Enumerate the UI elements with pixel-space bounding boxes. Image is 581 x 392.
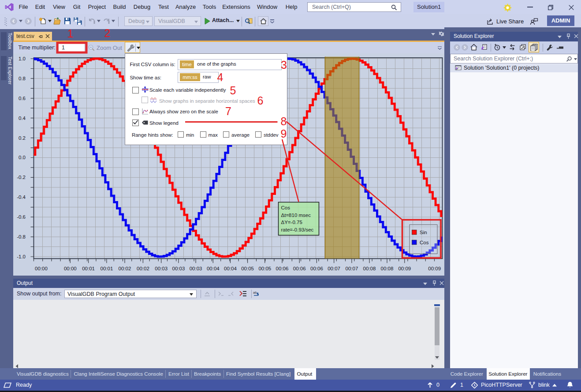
svg-text:00:09: 00:09: [428, 266, 441, 271]
svg-text:00:03: 00:03: [172, 266, 185, 271]
svg-text:00:01: 00:01: [101, 266, 113, 271]
svg-text:0.6: 0.6: [19, 96, 26, 101]
svg-text:00:04: 00:04: [207, 266, 220, 271]
svg-text:00:03: 00:03: [190, 266, 202, 271]
svg-text:00:07: 00:07: [328, 266, 340, 271]
svg-text:-0.4: -0.4: [17, 194, 26, 200]
svg-text:00:00: 00:00: [35, 266, 48, 271]
svg-text:00:08: 00:08: [381, 266, 394, 271]
svg-text:-0.8: -0.8: [17, 234, 26, 239]
svg-text:00:00: 00:00: [64, 266, 77, 271]
svg-text:Δt=810 msec: Δt=810 msec: [281, 212, 311, 217]
svg-text:00:06: 00:06: [293, 266, 306, 271]
svg-text:00:06: 00:06: [276, 266, 289, 271]
svg-text:00:06: 00:06: [310, 266, 323, 271]
svg-text:-0.6: -0.6: [17, 214, 26, 220]
svg-text:00:05: 00:05: [258, 266, 271, 271]
svg-text:0.2: 0.2: [19, 135, 26, 141]
svg-text:Cos: Cos: [281, 205, 290, 210]
svg-text:Cos: Cos: [420, 240, 429, 245]
svg-text:00:03: 00:03: [155, 266, 168, 271]
svg-text:0.8: 0.8: [19, 76, 26, 81]
svg-text:-0.2: -0.2: [17, 175, 26, 180]
svg-text:00:07: 00:07: [346, 266, 358, 271]
svg-text:ΔY=-0.75: ΔY=-0.75: [281, 220, 302, 225]
svg-text:00:05: 00:05: [241, 266, 254, 271]
svg-text:0.4: 0.4: [19, 116, 26, 121]
svg-text:00:08: 00:08: [363, 266, 376, 271]
svg-text:00:02: 00:02: [137, 266, 149, 271]
svg-text:00:02: 00:02: [119, 266, 131, 271]
svg-text:0.0: 0.0: [19, 155, 26, 160]
svg-text:rate=-0.93/sec: rate=-0.93/sec: [281, 227, 314, 232]
svg-text:-1.0: -1.0: [17, 254, 26, 259]
svg-text:00:01: 00:01: [82, 266, 95, 271]
svg-text:ab: ab: [253, 291, 257, 295]
svg-text:1.0: 1.0: [19, 56, 26, 61]
svg-text:Sin: Sin: [420, 230, 427, 235]
svg-text:00:09: 00:09: [398, 266, 411, 271]
svg-text:00:04: 00:04: [224, 266, 237, 271]
